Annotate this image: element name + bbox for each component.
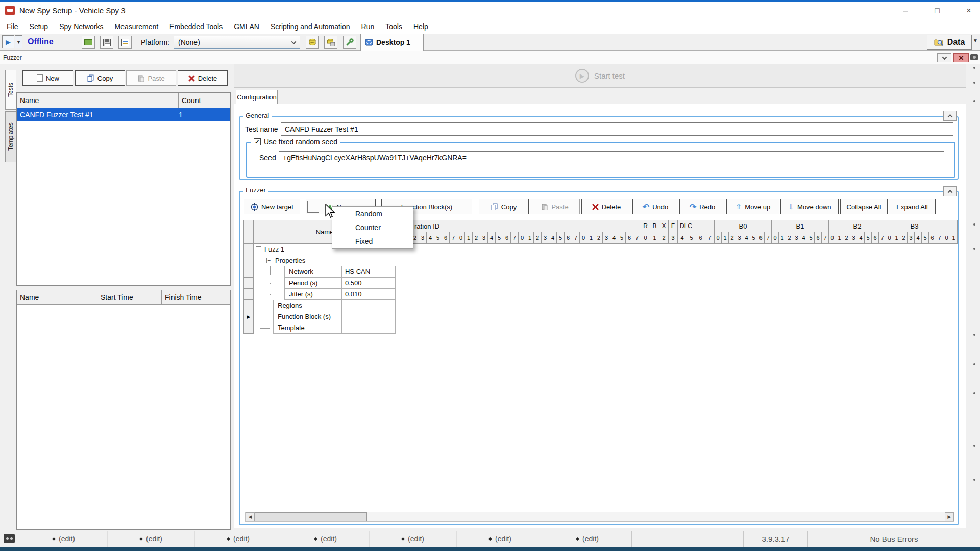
grid-cell-name[interactable]: Network [285, 266, 342, 277]
menu-scripting-and-automation[interactable]: Scripting and Automation [265, 19, 356, 34]
grid-header-arbitration-id[interactable]: ration ID [396, 220, 641, 232]
grid-header-f[interactable]: F [669, 220, 678, 232]
grid-cell-name[interactable]: Template [274, 322, 342, 333]
menu-item-fixed[interactable]: Fixed [332, 234, 413, 248]
tests-col-count[interactable]: Count [179, 93, 230, 108]
menu-setup[interactable]: Setup [24, 19, 54, 34]
grid-cell-value[interactable] [342, 300, 395, 311]
runs-col-start[interactable]: Start Time [97, 290, 162, 305]
data-button[interactable]: Data [927, 35, 972, 50]
grid-row-regions[interactable]: Regions [273, 300, 396, 311]
menu-run[interactable]: Run [356, 19, 380, 34]
grid-cell-name[interactable]: Period (s) [285, 278, 342, 288]
row-selector-fuzz-1[interactable] [243, 244, 254, 255]
database-icon-button[interactable] [306, 36, 319, 49]
grid-row-function-block-s[interactable]: Function Block (s) [273, 311, 396, 322]
grid-row-jitter-s[interactable]: Jitter (s)0.010 [284, 289, 396, 300]
row-selector-template[interactable] [243, 322, 254, 334]
maximize-button[interactable]: □ [930, 4, 944, 17]
menu-item-counter[interactable]: Counter [332, 220, 413, 234]
menu-item-random[interactable]: Random [332, 207, 413, 220]
panel-close-button[interactable]: ✕ [953, 53, 969, 62]
row-selector-network[interactable] [243, 266, 254, 278]
test-name-input[interactable]: CANFD Fuzzer Test #1 [281, 122, 953, 136]
menu-measurement[interactable]: Measurement [109, 19, 164, 34]
status-edit-cell[interactable]: (edit) [370, 531, 457, 547]
redo-button[interactable]: ↷ Redo [679, 199, 725, 214]
fuzzer-copy-button[interactable]: Copy [479, 199, 529, 214]
row-selector-properties[interactable] [243, 255, 254, 266]
grid-row-properties[interactable]: −Properties [264, 255, 958, 266]
status-edit-cell[interactable]: (edit) [544, 531, 631, 547]
grid-cell-value[interactable]: 0.010 [342, 289, 395, 299]
row-selector-jitter-s[interactable] [243, 289, 254, 300]
grid-cell-name[interactable]: Function Block (s) [274, 311, 342, 322]
save-icon-button[interactable] [100, 36, 113, 49]
grid-header-b1[interactable]: B1 [772, 220, 829, 232]
status-edit-cell[interactable]: (edit) [195, 531, 282, 547]
menu-gmlan[interactable]: GMLAN [228, 19, 265, 34]
collapse-all-button[interactable]: Collapse All [840, 199, 888, 214]
status-edit-cell[interactable]: (edit) [20, 531, 108, 547]
grid-header-r[interactable]: R [641, 220, 650, 232]
runs-col-name[interactable]: Name [17, 290, 97, 305]
fuzzer-collapse-button[interactable] [943, 186, 957, 196]
side-tab-templates[interactable]: Templates [5, 111, 16, 162]
copy-test-button[interactable]: Copy [75, 70, 125, 86]
grid-cell-value[interactable]: HS CAN [342, 266, 395, 277]
data-dropdown-arrow[interactable]: ▼ [973, 38, 978, 43]
menu-spy-networks[interactable]: Spy Networks [54, 19, 109, 34]
close-button[interactable]: × [962, 4, 976, 17]
move-up-button[interactable]: ⇧ Move up [726, 199, 779, 214]
grid-cell-name[interactable]: Jitter (s) [285, 289, 342, 299]
hardware-icon-button[interactable] [82, 36, 95, 49]
side-tab-tests[interactable]: Tests [5, 70, 16, 110]
fuzzer-delete-button[interactable]: Delete [581, 199, 631, 214]
grid-header-b[interactable]: B [650, 220, 659, 232]
grid-cell-value[interactable] [342, 311, 395, 322]
grid-row-period-s[interactable]: Period (s)0.500 [284, 278, 396, 289]
grid-header-b0[interactable]: B0 [715, 220, 772, 232]
grid-header-b2[interactable]: B2 [829, 220, 886, 232]
tests-col-name[interactable]: Name [17, 93, 179, 108]
scroll-left-arrow[interactable]: ◀ [246, 512, 255, 521]
setup-wrench-icon-button[interactable] [343, 36, 356, 49]
new-target-button[interactable]: New target [244, 199, 300, 214]
scrollbar-thumb[interactable] [255, 512, 367, 521]
grid-cell-value[interactable]: 0.500 [342, 278, 395, 288]
delete-test-button[interactable]: Delete [178, 70, 228, 86]
status-edit-cell[interactable]: (edit) [108, 531, 195, 547]
status-edit-cell[interactable]: (edit) [282, 531, 370, 547]
paste-test-button[interactable]: Paste [126, 70, 176, 86]
fuzzer-paste-button[interactable]: Paste [530, 199, 580, 214]
grid-header-b3[interactable]: B3 [886, 220, 943, 232]
tab-desktop-1[interactable]: Desktop 1 [360, 34, 424, 51]
grid-cell-name[interactable]: Regions [274, 300, 342, 311]
grid-row-template[interactable]: Template [273, 322, 396, 334]
database-save-icon-button[interactable] [324, 36, 337, 49]
panel-collapse-button[interactable] [937, 53, 951, 62]
tab-configuration[interactable]: Configuration [236, 90, 278, 104]
menu-file[interactable]: File [1, 19, 24, 34]
menu-tools[interactable]: Tools [380, 19, 408, 34]
collapse-box-icon[interactable]: − [266, 258, 272, 263]
new-test-button[interactable]: New [22, 70, 74, 86]
row-selector-regions[interactable] [243, 300, 254, 311]
move-down-button[interactable]: ⇩ Move down [780, 199, 839, 214]
seed-input[interactable]: +gEfisHuNagCLcyeXArH8spUWa91TJ+VAqeHr7kG… [279, 151, 944, 164]
run-dropdown-arrow[interactable]: ▾ [15, 35, 22, 48]
general-collapse-button[interactable] [943, 111, 957, 121]
minimize-button[interactable]: – [898, 4, 913, 17]
grid-header-x[interactable]: X [659, 220, 669, 232]
grid-header-dlc[interactable]: DLC [678, 220, 715, 232]
scroll-right-arrow[interactable]: ▶ [945, 512, 954, 521]
row-selector-function-block-s[interactable]: ▶ [243, 311, 254, 322]
grid-row-network[interactable]: NetworkHS CAN [284, 266, 396, 278]
runs-col-finish[interactable]: Finish Time [162, 290, 230, 305]
collapse-box-icon[interactable]: − [256, 246, 261, 252]
status-edit-cell[interactable]: (edit) [457, 531, 544, 547]
camera-icon[interactable] [970, 54, 978, 60]
platform-select[interactable]: (None) [174, 36, 300, 49]
logging-setup-icon-button[interactable] [118, 36, 132, 49]
run-button[interactable]: ▶ [2, 35, 14, 48]
